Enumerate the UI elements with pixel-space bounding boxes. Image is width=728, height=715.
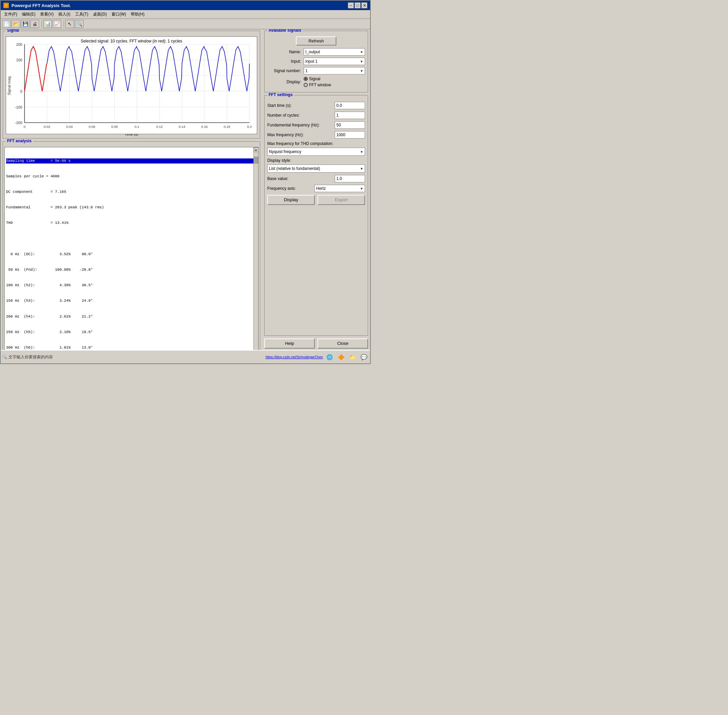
export-button[interactable]: Export: [318, 195, 365, 205]
menu-help[interactable]: 帮助(H): [129, 11, 146, 18]
name-dropdown[interactable]: I_output ▼: [304, 48, 365, 56]
signal-number-dropdown[interactable]: 1 ▼: [304, 67, 365, 74]
maximize-button[interactable]: □: [354, 2, 361, 8]
main-window: ⚡ Powergui FFT Analysis Tool. ─ □ ✕ 文件(F…: [0, 0, 371, 364]
fft-window-radio[interactable]: [304, 83, 308, 87]
num-cycles-row: Number of cycles:: [267, 112, 365, 119]
input-dropdown-arrow: ▼: [360, 60, 363, 63]
cursor-button[interactable]: ↖: [65, 20, 74, 28]
name-label: Name:: [267, 50, 301, 54]
input-dropdown[interactable]: input 1 ▼: [304, 58, 365, 65]
fft-line-300: 300 Hz (h6): 1.81% 13.0°: [6, 345, 257, 350]
thd-freq-value: Nyquist frequency: [269, 149, 301, 154]
toolbar-btn-5[interactable]: 📊: [43, 20, 52, 28]
svg-text:-100: -100: [15, 105, 22, 109]
svg-text:0.02: 0.02: [44, 125, 50, 128]
fund-freq-input[interactable]: [335, 121, 365, 129]
signal-radio-text: Signal: [309, 77, 320, 81]
display-style-arrow: ▼: [360, 167, 363, 170]
display-style-label: Display style:: [267, 158, 291, 163]
fund-freq-row: Fundamental frequency (Hz):: [267, 121, 365, 129]
fft-line-150: 150 Hz (h3): 3.24% 24.9°: [6, 298, 257, 303]
menu-desktop[interactable]: 桌面(D): [91, 11, 109, 18]
fft-scrollbar[interactable]: ▲ ▼: [253, 147, 258, 350]
taskbar-icon-wechat[interactable]: 💬: [359, 352, 369, 362]
menu-insert[interactable]: 插入(I): [56, 11, 72, 18]
close-button-bottom[interactable]: Close: [318, 338, 368, 348]
action-buttons: Display Export: [267, 195, 365, 205]
window-title: Powergui FFT Analysis Tool.: [12, 3, 71, 8]
title-bar: ⚡ Powergui FFT Analysis Tool. ─ □ ✕: [1, 1, 370, 10]
thd-freq-dropdown[interactable]: Nyquist frequency ▼: [267, 148, 365, 156]
menu-tools[interactable]: 工具(T): [73, 11, 90, 18]
svg-text:-200: -200: [15, 121, 22, 125]
fft-line-50: 50 Hz (Fnd): 100.00% -28.8°: [6, 267, 257, 272]
signal-radio[interactable]: [304, 77, 308, 81]
app-icon: ⚡: [3, 3, 9, 8]
fft-line-2: Samples per cycle = 4000: [6, 174, 257, 179]
taskbar-icon-folder[interactable]: 📁: [348, 352, 357, 362]
print-button[interactable]: 🖨: [30, 20, 39, 28]
svg-text:0: 0: [24, 125, 26, 128]
svg-text:0.2: 0.2: [247, 125, 252, 128]
signal-plot-area: Selected signal: 10 cycles. FFT window (…: [6, 36, 257, 134]
fund-freq-label: Fundamental frequency (Hz):: [267, 123, 335, 127]
taskbar-icon-matlab[interactable]: 🔶: [336, 352, 346, 362]
num-cycles-input[interactable]: [335, 112, 365, 119]
main-content: Signal Selected signal: 10 cycles. FFT w…: [1, 29, 370, 350]
fft-settings-group: FFT settings Start time (s): Number of c…: [264, 95, 368, 336]
fft-text-area: Sampling time = 5e-06 s Samples per cycl…: [5, 147, 259, 350]
toolbar-sep-1: [41, 20, 42, 28]
fft-line-dc: 0 Hz (DC): 3.52% 90.0°: [6, 252, 257, 257]
display-options: Signal FFT window: [304, 77, 335, 87]
help-button[interactable]: Help: [264, 338, 315, 348]
base-value-input[interactable]: [335, 175, 365, 183]
fft-window-radio-label[interactable]: FFT window: [304, 83, 331, 87]
left-panel: Signal Selected signal: 10 cycles. FFT w…: [1, 29, 262, 350]
start-time-input[interactable]: [335, 102, 365, 109]
freq-axis-label: Frequency axis:: [267, 186, 315, 191]
menu-bar: 文件(F) 编辑(E) 查看(V) 插入(I) 工具(T) 桌面(D) 窗口(W…: [1, 10, 370, 19]
save-button[interactable]: 💾: [21, 20, 30, 28]
zoom-button[interactable]: 🔍: [75, 20, 84, 28]
toolbar-btn-6[interactable]: 📈: [53, 20, 61, 28]
toolbar: 📄 📂 💾 🖨 📊 📈 ↖ 🔍: [1, 19, 370, 29]
base-value-row: Base value:: [267, 175, 365, 183]
signal-radio-label[interactable]: Signal: [304, 77, 331, 81]
svg-text:0.14: 0.14: [179, 125, 185, 128]
scroll-up-arrow[interactable]: ▲: [254, 147, 259, 152]
signal-number-value: 1: [305, 68, 308, 73]
max-freq-input[interactable]: [335, 131, 365, 139]
minimize-button[interactable]: ─: [348, 2, 354, 8]
refresh-button[interactable]: Refresh: [296, 36, 336, 45]
fft-line-blank: [6, 236, 257, 241]
menu-edit[interactable]: 编辑(E): [20, 11, 38, 18]
start-time-label: Start time (s):: [267, 103, 335, 108]
close-button[interactable]: ✕: [361, 2, 367, 8]
display-style-dropdown[interactable]: List (relative to fundamental) ▼: [267, 164, 365, 173]
base-value-label: Base value:: [267, 176, 335, 181]
fft-content: Sampling time = 5e-06 s Samples per cycl…: [5, 147, 258, 350]
scroll-thumb[interactable]: [254, 157, 258, 163]
max-freq-row: Max frequency (Hz):: [267, 131, 365, 139]
open-button[interactable]: 📂: [12, 20, 20, 28]
fft-analysis-group: FFT analysis Sampling time = 5e-06 s Sam…: [3, 141, 260, 350]
title-bar-left: ⚡ Powergui FFT Analysis Tool.: [3, 3, 71, 8]
max-freq-label: Max frequency (Hz):: [267, 133, 335, 137]
fft-line-5: THD = 13.41%: [6, 220, 257, 226]
start-time-row: Start time (s):: [267, 102, 365, 109]
menu-window[interactable]: 窗口(W): [110, 11, 128, 18]
freq-axis-dropdown[interactable]: Hertz ▼: [315, 185, 365, 192]
name-field-row: Name: I_output ▼: [267, 48, 365, 56]
input-field-row: Input: input 1 ▼: [267, 58, 365, 65]
signal-number-row: Signal number: 1 ▼: [267, 67, 365, 74]
svg-text:Signal mag.: Signal mag.: [7, 75, 11, 95]
taskbar-icon-chrome[interactable]: 🌐: [325, 352, 335, 362]
new-button[interactable]: 📄: [2, 20, 11, 28]
display-button[interactable]: Display: [267, 195, 315, 205]
toolbar-sep-2: [63, 20, 64, 28]
available-signals-group: Available signals Refresh Name: I_output…: [264, 31, 368, 92]
csdn-url[interactable]: https://blog.csdn.net/SchrodingerChen: [265, 355, 323, 359]
menu-file[interactable]: 文件(F): [2, 11, 19, 18]
menu-view[interactable]: 查看(V): [38, 11, 56, 18]
